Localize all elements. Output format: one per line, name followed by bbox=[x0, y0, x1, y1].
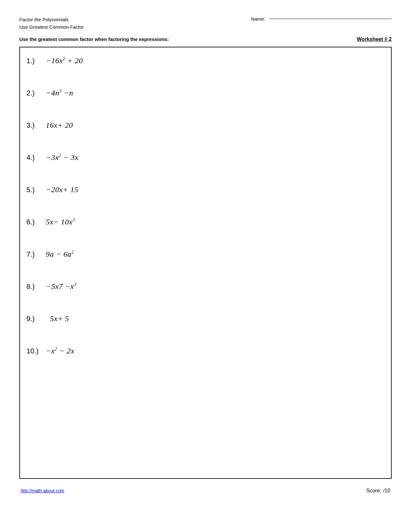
problem-expression: −5x7 −x3 bbox=[46, 282, 76, 291]
footer-link[interactable]: http://math.about.com bbox=[21, 488, 64, 493]
instructions-text: Use the greatest common factor when fact… bbox=[19, 36, 169, 42]
problem-expression: −16x2 + 20 bbox=[46, 56, 83, 65]
score-label: Score: bbox=[367, 488, 381, 494]
score-area: Score: /10 bbox=[367, 488, 391, 494]
problem-expression: 9a − 6a2 bbox=[46, 250, 74, 259]
problem-number: 6.) bbox=[26, 218, 46, 226]
problem-expression: −3x2 − 3x bbox=[46, 153, 78, 162]
problem-number: 7.) bbox=[26, 250, 46, 259]
problem-expression: 16x+ 20 bbox=[46, 121, 73, 130]
problem-number: 3.) bbox=[26, 121, 46, 130]
problem-row: 4.) −3x2 − 3x bbox=[26, 149, 385, 181]
problem-number: 4.) bbox=[26, 153, 46, 162]
score-value: /10 bbox=[383, 488, 390, 494]
name-line bbox=[269, 19, 392, 19]
problems-box: 1.) −16x2 + 20 2.) −4n3 −n 3.) 16x+ 20 4… bbox=[19, 47, 392, 479]
header: Factor the Polynomials Use Greatest Comm… bbox=[19, 16, 392, 31]
problem-number: 8.) bbox=[26, 282, 46, 291]
header-right: Name: bbox=[251, 16, 392, 22]
problem-expression: 5x+ 5 bbox=[46, 314, 69, 323]
problem-expression: −x2 − 2x bbox=[46, 347, 74, 355]
title-line2: Use Greatest Common Factor bbox=[19, 24, 84, 31]
problem-row: 6.) 5x− 10x3 bbox=[26, 213, 385, 245]
problem-expression: −4n3 −n bbox=[46, 89, 73, 97]
name-label: Name: bbox=[251, 16, 265, 22]
problem-row: 3.) 16x+ 20 bbox=[26, 116, 385, 149]
problem-number: 9.) bbox=[26, 315, 46, 323]
worksheet-title: Worksheet # 2 bbox=[357, 36, 392, 42]
problem-row: 5.) −20x+ 15 bbox=[26, 181, 385, 213]
problem-number: 10.) bbox=[26, 347, 46, 355]
footer: http://math.about.com Score: /10 bbox=[19, 488, 392, 494]
problem-row: 10.) −x2 − 2x bbox=[26, 342, 385, 374]
problem-row: 7.) 9a − 6a2 bbox=[26, 245, 385, 278]
problem-row: 1.) −16x2 + 20 bbox=[26, 52, 385, 84]
problem-number: 5.) bbox=[26, 186, 46, 194]
problem-number: 2.) bbox=[26, 89, 46, 97]
problem-expression: 5x− 10x3 bbox=[46, 218, 75, 226]
problem-row: 9.) 5x+ 5 bbox=[26, 310, 385, 342]
header-left: Factor the Polynomials Use Greatest Comm… bbox=[19, 16, 84, 31]
problem-row: 2.) −4n3 −n bbox=[26, 84, 385, 116]
title-line1: Factor the Polynomials bbox=[19, 16, 84, 24]
problem-number: 1.) bbox=[26, 57, 46, 65]
problem-expression: −20x+ 15 bbox=[46, 185, 78, 194]
instructions-row: Use the greatest common factor when fact… bbox=[19, 36, 392, 42]
problem-row: 8.) −5x7 −x3 bbox=[26, 278, 385, 310]
